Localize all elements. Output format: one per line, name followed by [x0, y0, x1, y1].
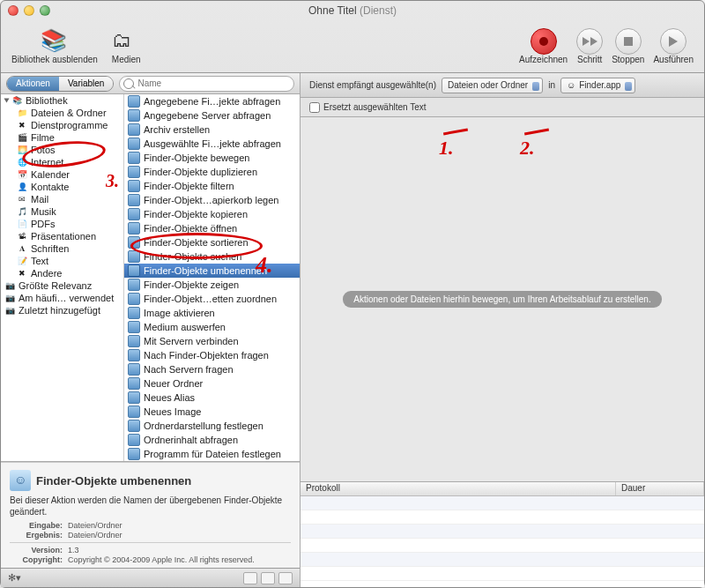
library-item[interactable]: 📅Kalender — [1, 168, 123, 181]
library-item[interactable]: ✉︎Mail — [1, 193, 123, 205]
action-item[interactable]: Ordnerdarstellung festlegen — [124, 419, 300, 433]
action-item[interactable]: Ausgewählte Fi…jekte abfragen — [124, 137, 300, 151]
action-item[interactable]: Neues Image — [124, 405, 300, 419]
library-item[interactable]: 📝Text — [1, 255, 123, 267]
media-label: Medien — [112, 55, 141, 64]
record-button[interactable]: Aufzeichnen — [519, 28, 568, 64]
action-item[interactable]: Finder-Objekte umbenennen — [124, 264, 300, 278]
action-label: Finder-Objekte suchen — [144, 251, 241, 262]
log-row — [301, 496, 704, 510]
action-item[interactable]: Nach Servern fragen — [124, 362, 300, 376]
action-item[interactable]: Finder-Objekte kopieren — [124, 207, 300, 221]
replace-text-checkbox[interactable] — [309, 102, 320, 113]
detail-title: Finder-Objekte umbenennen — [36, 474, 191, 488]
library-item[interactable]: 📽Präsentationen — [1, 230, 123, 242]
smart-folder[interactable]: 📷Größte Relevanz — [1, 279, 123, 292]
action-item[interactable]: Image aktivieren — [124, 306, 300, 320]
log-rows — [301, 496, 704, 587]
gear-icon[interactable]: ✻▾ — [8, 572, 21, 584]
view-mode-1[interactable] — [243, 572, 257, 584]
action-item[interactable]: Finder-Objekte bewegen — [124, 151, 300, 165]
action-icon — [128, 391, 140, 404]
detail-copyright-label: Copyright: — [10, 555, 63, 564]
library-item[interactable]: 🌐Internet — [1, 156, 123, 168]
library-categories[interactable]: 📚Bibliothek📁Dateien & Ordner✖︎Dienstprog… — [1, 94, 124, 461]
action-item[interactable]: Programm für Dateien festlegen — [124, 447, 300, 461]
step-label: Schritt — [577, 55, 602, 64]
action-item[interactable]: Angegebene Server abfragen — [124, 108, 300, 123]
library-item[interactable]: 🎬Filme — [1, 131, 123, 144]
service-app-popup[interactable]: ☺Finder.app — [560, 78, 635, 93]
stop-button[interactable]: Stoppen — [612, 28, 644, 64]
action-icon — [128, 166, 140, 178]
library-root[interactable]: 📚Bibliothek — [1, 94, 123, 107]
replace-text-label: Ersetzt ausgewählten Text — [323, 102, 427, 112]
action-item[interactable]: Finder-Objekt…apierkorb legen — [124, 193, 300, 207]
step-icon — [576, 28, 603, 55]
action-icon — [128, 321, 140, 333]
media-button[interactable]: 🗂 Medien — [112, 28, 141, 64]
toolbar: 📚 Bibliothek ausblenden 🗂 Medien Aufzeic… — [1, 20, 704, 73]
action-item[interactable]: Archiv erstellen — [124, 123, 300, 137]
action-label: Finder-Objekte filtern — [144, 181, 234, 191]
action-item[interactable]: Nach Finder-Objekten fragen — [124, 348, 300, 362]
action-icon — [128, 335, 140, 347]
log-panel: Protokoll Dauer — [301, 481, 704, 587]
workflow-canvas[interactable]: Aktionen oder Dateien hierhin bewegen, u… — [301, 117, 704, 481]
tab-variables[interactable]: Variablen — [59, 77, 114, 91]
action-icon — [128, 236, 140, 249]
action-item[interactable]: Mit Servern verbinden — [124, 334, 300, 348]
search-field[interactable] — [119, 76, 294, 92]
window: Ohne Titel (Dienst) 📚 Bibliothek ausblen… — [0, 0, 705, 588]
action-label: Neues Alias — [144, 392, 195, 403]
action-label: Ordnerinhalt abfragen — [144, 435, 238, 445]
library-item[interactable]: ✖︎Andere — [1, 267, 123, 279]
action-item[interactable]: Finder-Objekte sortieren — [124, 235, 300, 249]
view-mode-2[interactable] — [261, 572, 275, 584]
media-icon: 🗂 — [112, 28, 140, 53]
action-label: Mit Servern verbinden — [144, 336, 239, 346]
action-item[interactable]: Finder-Objekt…etten zuordnen — [124, 292, 300, 306]
action-label: Archiv erstellen — [144, 124, 210, 135]
smart-folder[interactable]: 📷Zuletzt hinzugefügt — [1, 304, 123, 316]
tab-actions[interactable]: Aktionen — [7, 77, 59, 91]
action-label: Finder-Objekte bewegen — [144, 153, 249, 163]
action-list[interactable]: Angegebene Fi…jekte abfragenAngegebene S… — [124, 94, 300, 461]
action-item[interactable]: Finder-Objekte suchen — [124, 249, 300, 264]
window-title: Ohne Titel (Dienst) — [1, 4, 704, 17]
library-item[interactable]: 🌅Fotos — [1, 144, 123, 156]
step-button[interactable]: Schritt — [576, 28, 603, 64]
title-subtitle: (Dienst) — [360, 4, 397, 17]
action-item[interactable]: Neues Alias — [124, 391, 300, 405]
library-tabs: Aktionen Variablen — [6, 76, 114, 92]
action-item[interactable]: Angegebene Fi…jekte abfragen — [124, 94, 300, 108]
workflow-placeholder: Aktionen oder Dateien hierhin bewegen, u… — [343, 291, 661, 308]
action-icon — [128, 194, 140, 206]
service-input-popup[interactable]: Dateien oder Ordner — [442, 78, 543, 93]
action-item[interactable]: Finder-Objekte duplizieren — [124, 165, 300, 179]
action-item[interactable]: Finder-Objekte öffnen — [124, 221, 300, 235]
library-item[interactable]: 🎵Musik — [1, 205, 123, 218]
action-item[interactable]: Ordnerinhalt abfragen — [124, 433, 300, 447]
record-icon — [531, 28, 557, 55]
library-item[interactable]: 📄PDFs — [1, 218, 123, 230]
action-item[interactable]: Neuer Ordner — [124, 376, 300, 391]
library-item[interactable]: 📁Dateien & Ordner — [1, 107, 123, 119]
library-item[interactable]: 𝐀Schriften — [1, 242, 123, 255]
library-item[interactable]: 👤Kontakte — [1, 181, 123, 193]
view-mode-3[interactable] — [278, 572, 293, 584]
stop-label: Stoppen — [612, 55, 644, 64]
action-label: Angegebene Server abfragen — [144, 110, 271, 121]
search-input[interactable] — [137, 77, 278, 91]
run-button[interactable]: Ausführen — [653, 28, 694, 64]
log-col-protocol[interactable]: Protokoll — [301, 482, 616, 495]
log-col-duration[interactable]: Dauer — [616, 482, 704, 495]
smart-folder[interactable]: 📷Am häufi… verwendet — [1, 292, 123, 304]
action-item[interactable]: Medium auswerfen — [124, 320, 300, 334]
action-icon — [128, 307, 140, 319]
action-item[interactable]: Finder-Objekte filtern — [124, 179, 300, 193]
service-input-value: Dateien oder Ordner — [448, 80, 528, 90]
hide-library-button[interactable]: 📚 Bibliothek ausblenden — [11, 28, 98, 64]
library-item[interactable]: ✖︎Dienstprogramme — [1, 119, 123, 131]
action-item[interactable]: Finder-Objekte zeigen — [124, 278, 300, 292]
